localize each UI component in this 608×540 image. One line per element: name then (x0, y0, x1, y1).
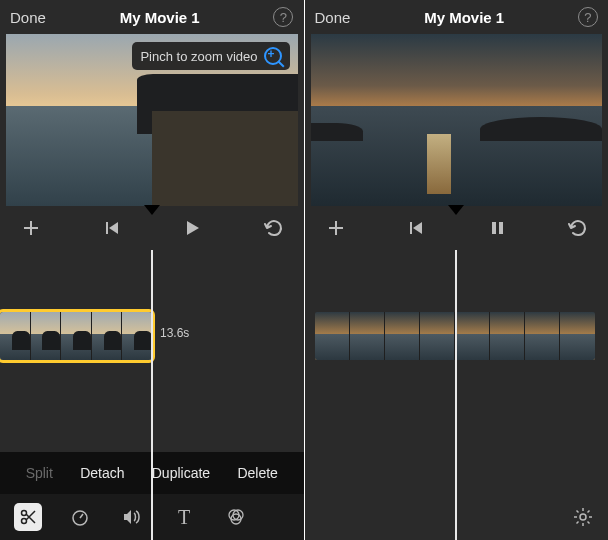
svg-rect-0 (106, 222, 108, 234)
duplicate-button[interactable]: Duplicate (152, 465, 210, 481)
add-media-button[interactable] (18, 215, 44, 241)
speed-tool[interactable] (66, 503, 94, 531)
help-button[interactable]: ? (273, 7, 293, 27)
svg-rect-9 (499, 222, 503, 234)
detach-button[interactable]: Detach (80, 465, 124, 481)
playhead-notch (448, 205, 464, 215)
svg-point-10 (580, 514, 586, 520)
video-preview[interactable]: Pinch to zoom video (6, 34, 298, 206)
text-tool[interactable]: T (170, 503, 198, 531)
header: Done My Movie 1 ? (305, 0, 609, 34)
magnify-icon (264, 47, 282, 65)
volume-tool[interactable] (118, 503, 146, 531)
done-button[interactable]: Done (10, 9, 46, 26)
svg-rect-8 (492, 222, 496, 234)
skip-back-button[interactable] (403, 215, 429, 241)
add-media-button[interactable] (323, 215, 349, 241)
tooltip-text: Pinch to zoom video (140, 49, 257, 64)
header: Done My Movie 1 ? (0, 0, 304, 34)
split-button[interactable]: Split (26, 465, 53, 481)
video-preview[interactable] (311, 34, 603, 206)
skip-back-button[interactable] (99, 215, 125, 241)
svg-rect-7 (410, 222, 412, 234)
project-title: My Movie 1 (424, 9, 504, 26)
filters-tool[interactable] (222, 503, 250, 531)
playhead[interactable] (455, 250, 457, 540)
delete-button[interactable]: Delete (237, 465, 277, 481)
zoom-tooltip: Pinch to zoom video (132, 42, 289, 70)
help-button[interactable]: ? (578, 7, 598, 27)
playhead-notch (144, 205, 160, 215)
undo-button[interactable] (260, 215, 286, 241)
done-button[interactable]: Done (315, 9, 351, 26)
project-title: My Movie 1 (120, 9, 200, 26)
settings-button[interactable] (570, 504, 596, 530)
pause-button[interactable] (484, 215, 510, 241)
clip-duration: 13.6s (160, 326, 189, 340)
playhead[interactable] (151, 250, 153, 540)
scissors-tool[interactable] (14, 503, 42, 531)
timeline[interactable] (305, 250, 609, 540)
editor-panel-left: Done My Movie 1 ? Pinch to zoom video (0, 0, 305, 540)
clip-selected[interactable] (0, 312, 152, 360)
play-button[interactable] (179, 215, 205, 241)
undo-button[interactable] (564, 215, 590, 241)
editor-panel-right: Done My Movie 1 ? (305, 0, 609, 540)
